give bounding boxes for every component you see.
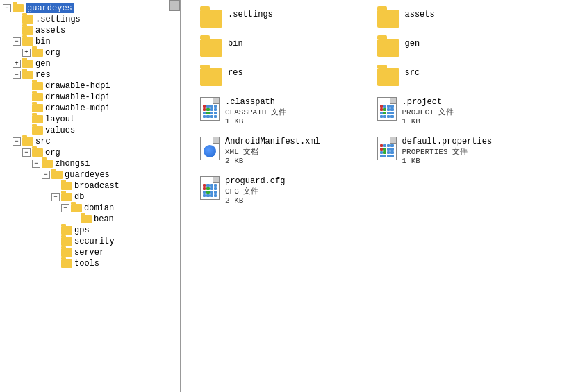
- folder-icon: [32, 148, 43, 157]
- tree-item-bean[interactable]: bean: [0, 214, 180, 225]
- file-folder-icon: [200, 10, 222, 28]
- tree-scroll-area[interactable]: −guardeyes.settingsassets−bin+org+gen−re…: [0, 0, 180, 392]
- tree-label: .settings: [35, 15, 81, 24]
- tree-item-bin-org[interactable]: +org: [0, 47, 180, 58]
- file-name: bin: [228, 39, 243, 49]
- tree-item-res[interactable]: −res: [0, 69, 180, 80]
- tree-item-gps[interactable]: gps: [0, 225, 180, 236]
- file-item-f-settings[interactable]: .settings: [195, 7, 372, 31]
- tree-item-drawable-hdpi[interactable]: drawable-hdpi: [0, 80, 180, 92]
- folder-icon: [81, 215, 92, 223]
- file-subtype: XML 文档: [225, 146, 320, 157]
- tree-item-settings[interactable]: .settings: [0, 14, 180, 25]
- tree-item-assets[interactable]: assets: [0, 25, 180, 36]
- tree-expand-gen[interactable]: +: [13, 60, 21, 68]
- file-info: default.propertiesPROPERTIES 文件1 KB: [402, 137, 493, 165]
- file-doc-icon: [200, 176, 220, 200]
- file-name: assets: [405, 10, 435, 19]
- file-info: .projectPROJECT 文件1 KB: [402, 97, 454, 126]
- file-name: .settings: [228, 10, 273, 19]
- tree-expand-bin-org[interactable]: +: [22, 49, 31, 57]
- file-item-f-project[interactable]: .projectPROJECT 文件1 KB: [372, 94, 549, 128]
- file-item-f-gen[interactable]: gen: [372, 36, 549, 60]
- file-info: .classpathCLASSPATH 文件1 KB: [225, 97, 286, 126]
- tree-expand-src[interactable]: −: [13, 137, 21, 146]
- folder-icon: [61, 182, 72, 190]
- tree-item-broadcast[interactable]: broadcast: [0, 180, 180, 191]
- file-size: 1 KB: [225, 117, 286, 126]
- file-name: .project: [402, 97, 454, 107]
- tree-expand-res[interactable]: −: [13, 71, 21, 79]
- tree-item-gen[interactable]: +gen: [0, 58, 180, 69]
- tree-label: zhongsi: [55, 159, 90, 169]
- tree-expand-guardeyes2[interactable]: −: [42, 171, 50, 179]
- tree-label: res: [35, 70, 51, 80]
- tree-item-zhongsi[interactable]: −zhongsi: [0, 158, 180, 169]
- file-name: default.properties: [402, 137, 493, 146]
- file-xml-icon: [200, 137, 220, 160]
- tree-expand-bin[interactable]: −: [13, 37, 21, 46]
- tree-label: assets: [35, 26, 65, 35]
- folder-icon: [22, 26, 33, 35]
- file-item-f-src[interactable]: src: [372, 65, 549, 89]
- tree-item-drawable-ldpi[interactable]: drawable-ldpi: [0, 92, 180, 103]
- folder-icon: [32, 115, 43, 123]
- tree-expand-db[interactable]: −: [51, 193, 60, 201]
- file-folder-icon: [377, 10, 399, 28]
- tree-item-server[interactable]: server: [0, 247, 180, 258]
- file-item-f-assets[interactable]: assets: [372, 7, 549, 31]
- file-tree-panel: −guardeyes.settingsassets−bin+org+gen−re…: [0, 0, 181, 392]
- tree-expand-zhongsi[interactable]: −: [32, 160, 40, 168]
- tree-label: gen: [35, 59, 51, 69]
- folder-icon: [61, 259, 72, 268]
- folder-icon: [22, 71, 33, 79]
- tree-item-db[interactable]: −db: [0, 191, 180, 203]
- file-grid: .settingsassetsbingenressrc.classpathCLA…: [195, 7, 548, 207]
- tree-expand-src-org[interactable]: −: [22, 148, 31, 157]
- folder-icon: [32, 93, 43, 101]
- file-doc-icon: [377, 137, 397, 160]
- tree-label: layout: [45, 114, 75, 124]
- tree-label: tools: [74, 259, 99, 269]
- file-folder-icon: [200, 68, 222, 86]
- close-button[interactable]: [169, 0, 180, 11]
- tree-item-bin[interactable]: −bin: [0, 36, 180, 47]
- file-info: AndroidManifest.xmlXML 文档2 KB: [225, 137, 320, 165]
- file-item-f-classpath[interactable]: .classpathCLASSPATH 文件1 KB: [195, 94, 372, 128]
- tree-item-guardeyes2[interactable]: −guardeyes: [0, 169, 180, 180]
- file-item-f-defaultprops[interactable]: default.propertiesPROPERTIES 文件1 KB: [372, 134, 549, 168]
- tree-item-domian[interactable]: −domian: [0, 203, 180, 214]
- tree-item-guardeyes[interactable]: −guardeyes: [0, 3, 180, 14]
- file-item-f-res[interactable]: res: [195, 65, 372, 89]
- tree-item-drawable-mdpi[interactable]: drawable-mdpi: [0, 103, 180, 114]
- folder-icon: [61, 237, 72, 246]
- file-size: 1 KB: [402, 157, 493, 165]
- file-size: 2 KB: [225, 157, 320, 165]
- folder-icon: [42, 160, 53, 168]
- file-name: proguard.cfg: [225, 176, 285, 186]
- file-folder-icon: [200, 39, 222, 57]
- file-subtype: PROPERTIES 文件: [402, 146, 493, 157]
- tree-label: bean: [94, 214, 114, 224]
- tree-item-tools[interactable]: tools: [0, 258, 180, 269]
- tree-item-security[interactable]: security: [0, 236, 180, 247]
- folder-icon: [61, 226, 72, 235]
- tree-expand-guardeyes[interactable]: −: [3, 4, 11, 12]
- tree-item-layout[interactable]: layout: [0, 114, 180, 125]
- tree-expand-domian[interactable]: −: [61, 204, 69, 212]
- tree-label: security: [74, 237, 115, 246]
- file-subtype: CLASSPATH 文件: [225, 107, 286, 117]
- file-size: 2 KB: [225, 196, 285, 205]
- file-item-f-proguard[interactable]: proguard.cfgCFG 文件2 KB: [195, 173, 372, 207]
- file-subtype: PROJECT 文件: [402, 107, 454, 117]
- file-item-f-bin[interactable]: bin: [195, 36, 372, 60]
- file-name: res: [228, 68, 243, 78]
- tree-label: src: [35, 137, 51, 146]
- file-size: 1 KB: [402, 117, 454, 126]
- tree-item-src[interactable]: −src: [0, 136, 180, 147]
- tree-label: values: [45, 126, 75, 135]
- file-name: .classpath: [225, 97, 286, 107]
- file-item-f-androidmanifest[interactable]: AndroidManifest.xmlXML 文档2 KB: [195, 134, 372, 168]
- tree-item-src-org[interactable]: −org: [0, 147, 180, 158]
- tree-item-values[interactable]: values: [0, 125, 180, 136]
